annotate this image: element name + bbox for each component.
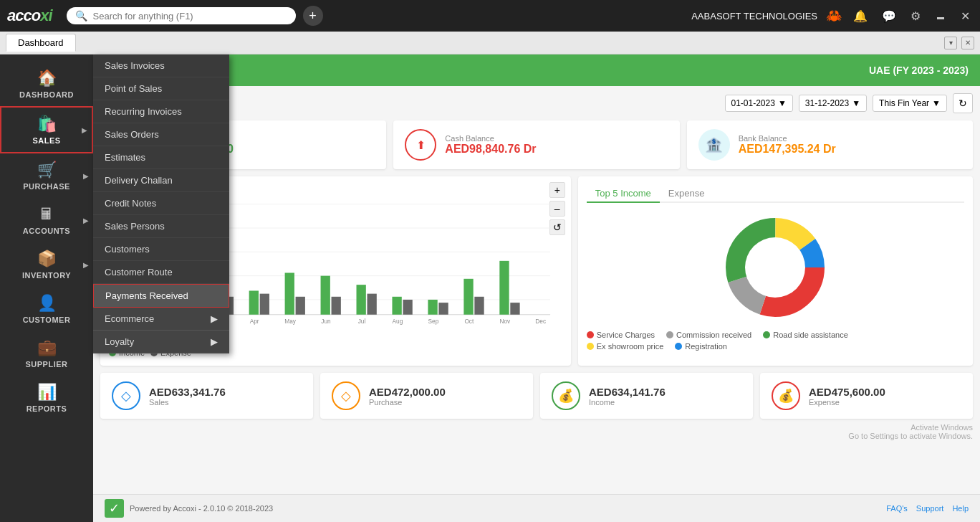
menu-item-sales-orders[interactable]: Sales Orders: [93, 123, 229, 146]
menu-item-delivery-challan[interactable]: Delivery Challan: [93, 169, 229, 192]
windows-notice-line2: Go to Settings to activate Windows.: [100, 432, 973, 440]
footer-logo: ✓: [105, 499, 124, 518]
date-to-input[interactable]: 31-12-2023 ▼: [799, 95, 867, 112]
exshowroom-dot: [587, 343, 594, 350]
sidebar-label-purchase: PURCHASE: [23, 182, 70, 191]
bank-label: Bank Balance: [739, 134, 836, 143]
tab-close-btn[interactable]: ✕: [961, 37, 974, 49]
tab-dropdown-btn[interactable]: ▾: [944, 37, 957, 49]
svg-rect-16: [463, 279, 473, 315]
menu-item-recurring-invoices[interactable]: Recurring Invoices: [93, 100, 229, 123]
donut-legend-row1: Service Charges Commission received Road…: [587, 331, 964, 339]
svg-rect-22: [260, 294, 269, 315]
tab-expense[interactable]: Expense: [660, 185, 714, 201]
svg-rect-11: [285, 272, 294, 314]
inventory-arrow-icon: ▶: [83, 261, 89, 269]
customer-icon: 👤: [37, 294, 57, 313]
svg-rect-17: [499, 261, 509, 315]
date-from-input[interactable]: 01-01-2023 ▼: [725, 95, 793, 112]
expense-summary-icon: 💰: [772, 381, 800, 410]
sidebar-item-customer[interactable]: 👤 CUSTOMER: [0, 287, 93, 331]
support-link[interactable]: Support: [916, 504, 944, 513]
chart-row: + – ↺ 0: [100, 176, 973, 366]
powered-by-text: Powered by Accoxi - 2.0.10 © 2018-2023: [130, 504, 273, 513]
donut-chart-svg: [718, 210, 832, 325]
income-summary-card: 💰 AED634,141.76 Income: [540, 373, 753, 419]
fy-label: UAE (FY 2023 - 2023): [869, 65, 969, 76]
svg-text:Oct: Oct: [464, 318, 474, 325]
roadside-dot: [763, 331, 770, 338]
legend-service-charges: Service Charges: [587, 331, 655, 339]
legend-registration: Registration: [675, 342, 727, 351]
bank-balance-card: 🏦 Bank Balance AED147,395.24 Dr: [687, 120, 973, 169]
svg-text:Aug: Aug: [393, 318, 403, 325]
sidebar-item-sales[interactable]: 🛍️ SALES ▶: [0, 106, 93, 153]
sidebar-item-accounts[interactable]: 🖩 ACCOUNTS ▶: [0, 198, 93, 242]
accounts-arrow-icon: ▶: [83, 217, 89, 224]
windows-notice-line1: Activate Windows: [100, 423, 973, 432]
search-bar[interactable]: 🔍: [67, 7, 296, 24]
sidebar-item-supplier[interactable]: 💼 SUPPLIER: [0, 331, 93, 376]
menu-item-point-of-sales[interactable]: Point of Sales: [93, 77, 229, 100]
supplier-icon: 💼: [37, 338, 57, 357]
sidebar-label-accounts: ACCOUNTS: [23, 227, 70, 235]
close-icon[interactable]: ✕: [958, 6, 973, 26]
svg-rect-14: [392, 297, 401, 315]
svg-rect-26: [403, 300, 412, 315]
bottom-cards: ◇ AED633,341.76 Sales ◇ AED472,000.00 Pu…: [100, 373, 973, 419]
menu-item-customers[interactable]: Customers: [93, 238, 229, 261]
service-charges-label: Service Charges: [597, 331, 655, 339]
legend-roadside: Road side assistance: [763, 331, 848, 339]
footer: ✓ Powered by Accoxi - 2.0.10 © 2018-2023…: [93, 494, 980, 522]
donut-tabs: Top 5 Income Expense: [587, 185, 964, 203]
svg-text:Jun: Jun: [321, 318, 331, 325]
notification-icon[interactable]: 🔔: [850, 6, 870, 26]
date-to-value: 31-12-2023: [805, 98, 849, 108]
faq-link[interactable]: FAQ's: [886, 504, 908, 513]
menu-item-sales-invoices[interactable]: Sales Invoices: [93, 54, 229, 77]
search-input[interactable]: [93, 11, 279, 22]
settings-icon[interactable]: ⚙: [908, 6, 923, 26]
legend-commission: Commission received: [666, 331, 751, 339]
search-icon: 🔍: [75, 10, 87, 22]
registration-label: Registration: [685, 342, 727, 351]
svg-text:May: May: [284, 318, 297, 325]
menu-item-payments-received[interactable]: Payments Received: [93, 284, 229, 308]
exshowroom-label: Ex showroom price: [597, 342, 664, 351]
svg-rect-10: [249, 290, 259, 314]
menu-item-customer-route[interactable]: Customer Route: [93, 261, 229, 284]
tab-bar: Dashboard ▾ ✕: [0, 32, 980, 54]
cash-value: AED98,840.76 Dr: [445, 143, 536, 156]
menu-item-estimates[interactable]: Estimates: [93, 146, 229, 169]
expense-summary-info: AED475,600.00 Expense: [809, 386, 961, 407]
menu-item-sales-persons[interactable]: Sales Persons: [93, 215, 229, 238]
tab-dashboard[interactable]: Dashboard: [6, 34, 76, 52]
sidebar-item-reports[interactable]: 📊 REPORTS: [0, 376, 93, 420]
tab-top5-income[interactable]: Top 5 Income: [587, 185, 660, 203]
add-button[interactable]: +: [303, 6, 323, 26]
sidebar-label-customer: CUSTOMER: [23, 315, 71, 324]
sidebar-item-purchase[interactable]: 🛒 PURCHASE ▶: [0, 153, 93, 198]
menu-section-ecommerce[interactable]: Ecommerce▶: [93, 308, 229, 331]
bank-value: AED147,395.24 Dr: [739, 143, 836, 156]
svg-text:Sep: Sep: [428, 318, 439, 325]
sidebar-item-dashboard[interactable]: 🏠 DASHBOARD: [0, 62, 93, 106]
period-select[interactable]: This Fin Year ▼: [873, 95, 947, 112]
menu-item-credit-notes[interactable]: Credit Notes: [93, 192, 229, 215]
cash-info: Cash Balance AED98,840.76 Dr: [445, 134, 536, 156]
sidebar-label-reports: REPORTS: [27, 404, 67, 413]
sales-icon: 🛍️: [37, 115, 57, 133]
expense-summary-label: Expense: [809, 398, 961, 407]
period-value: This Fin Year: [879, 98, 929, 108]
sales-summary-info: AED633,341.76 Sales: [149, 386, 302, 407]
income-summary-value: AED634,141.76: [589, 386, 741, 398]
minimize-icon[interactable]: 🗕: [932, 6, 949, 25]
menu-section-loyalty[interactable]: Loyalty▶: [93, 331, 229, 353]
reports-icon: 📊: [37, 383, 57, 402]
message-icon[interactable]: 💬: [879, 6, 899, 26]
help-link[interactable]: Help: [952, 504, 969, 513]
app-logo: accoxi: [7, 6, 52, 25]
income-summary-icon: 💰: [552, 381, 580, 410]
sidebar-item-inventory[interactable]: 📦 INVENTORY ▶: [0, 242, 93, 287]
refresh-button[interactable]: ↻: [953, 93, 973, 113]
